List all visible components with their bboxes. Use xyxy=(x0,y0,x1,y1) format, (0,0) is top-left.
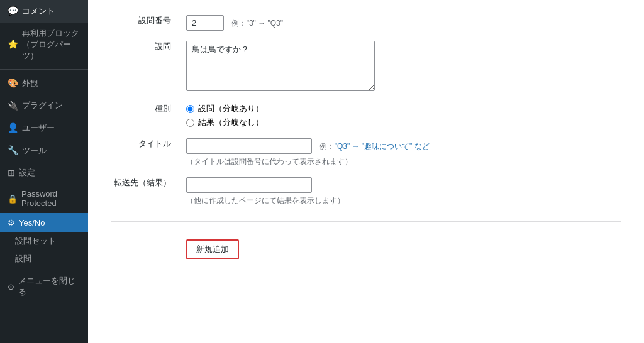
sidebar-label-question: 設問 xyxy=(15,254,31,263)
sidebar-label-comment: コメント xyxy=(22,6,55,17)
lock-icon: 🔒 xyxy=(8,194,18,204)
sidebar: 💬 コメント ⭐ 再利用ブロック （ブログパーツ） 🎨 外観 🔌 プラグイン 👤… xyxy=(0,0,88,343)
sidebar-item-comment[interactable]: 💬 コメント xyxy=(0,0,88,23)
sidebar-label-appearance: 外観 xyxy=(22,78,38,89)
radio-label-result[interactable]: 結果（分岐なし） xyxy=(186,117,621,128)
sidebar-label-close-menu: メニューを閉じる xyxy=(18,275,80,298)
input-question[interactable]: 鳥は鳥ですか？ xyxy=(186,41,375,91)
radio-type-result[interactable] xyxy=(186,119,194,127)
sidebar-item-password-protected[interactable]: 🔒 Password Protected xyxy=(0,184,88,213)
input-transfer[interactable] xyxy=(186,177,312,193)
row-divider xyxy=(103,211,629,232)
close-menu-icon: ⊙ xyxy=(8,282,14,291)
hint-title: 例："Q3" → "趣味について" など xyxy=(319,142,430,151)
users-icon: 👤 xyxy=(8,122,18,134)
radio-text-result: 結果（分岐なし） xyxy=(198,117,264,128)
star-icon: ⭐ xyxy=(8,38,18,51)
sidebar-label-users: ユーザー xyxy=(22,122,55,134)
sidebar-item-question[interactable]: 設問 xyxy=(0,250,88,268)
label-question-number: 設問番号 xyxy=(103,10,179,36)
sidebar-label-yes-no: Yes/No xyxy=(19,218,45,227)
radio-type-question[interactable] xyxy=(186,105,194,113)
sidebar-label-tools: ツール xyxy=(22,145,47,156)
row-question-number: 設問番号 例："3" → "Q3" xyxy=(103,10,629,36)
tools-icon: 🔧 xyxy=(8,144,18,157)
plugins-icon: 🔌 xyxy=(8,100,18,112)
row-add: 新規追加 xyxy=(103,232,629,264)
sidebar-item-appearance[interactable]: 🎨 外観 xyxy=(0,72,88,95)
comment-icon: 💬 xyxy=(8,5,18,18)
input-title[interactable] xyxy=(186,138,312,154)
label-transfer: 転送先（結果） xyxy=(103,172,179,211)
sidebar-item-close-menu[interactable]: ⊙ メニューを閉じる xyxy=(0,270,88,303)
sidebar-item-plugins[interactable]: 🔌 プラグイン xyxy=(0,95,88,117)
sidebar-item-question-set[interactable]: 設問セット xyxy=(0,232,88,250)
radio-group-type: 設問（分岐あり） 結果（分岐なし） xyxy=(186,103,621,128)
sidebar-item-yes-no[interactable]: ⚙ Yes/No xyxy=(0,213,88,232)
sub-hint-title: （タイトルは設問番号に代わって表示されます） xyxy=(186,156,621,167)
sidebar-item-users[interactable]: 👤 ユーザー xyxy=(0,117,88,139)
row-transfer: 転送先（結果） （他に作成したページにて結果を表示します） xyxy=(103,172,629,211)
sidebar-label-settings: 設定 xyxy=(19,167,35,178)
label-title: タイトル xyxy=(103,133,179,172)
sidebar-divider-1 xyxy=(0,69,88,70)
sidebar-label-reuse-block: 再利用ブロック （ブログパーツ） xyxy=(22,28,80,62)
sidebar-item-reuse-block[interactable]: ⭐ 再利用ブロック （ブログパーツ） xyxy=(0,23,88,67)
row-question: 設問 鳥は鳥ですか？ xyxy=(103,36,629,98)
row-title: タイトル 例："Q3" → "趣味について" など （タイトルは設問番号に代わっ… xyxy=(103,133,629,172)
form-divider xyxy=(111,221,621,222)
radio-text-question: 設問（分岐あり） xyxy=(198,103,264,114)
gear-icon: ⚙ xyxy=(8,218,15,227)
settings-icon: ⊞ xyxy=(8,167,15,180)
label-question: 設問 xyxy=(103,36,179,98)
label-type: 種別 xyxy=(103,98,179,133)
main-content: 設問番号 例："3" → "Q3" 設問 鳥は鳥ですか？ xyxy=(88,0,644,343)
appearance-icon: 🎨 xyxy=(8,77,18,90)
sidebar-item-settings[interactable]: ⊞ 設定 xyxy=(0,162,88,185)
sidebar-label-password-protected: Password Protected xyxy=(21,189,57,208)
sidebar-label-plugins: プラグイン xyxy=(22,100,63,111)
add-button[interactable]: 新規追加 xyxy=(186,239,239,259)
radio-label-question[interactable]: 設問（分岐あり） xyxy=(186,103,621,114)
hint-title-link[interactable]: "Q3" → "趣味について" など xyxy=(335,142,430,151)
form-area: 設問番号 例："3" → "Q3" 設問 鳥は鳥ですか？ xyxy=(88,0,644,343)
input-question-number[interactable] xyxy=(186,15,224,31)
form-table: 設問番号 例："3" → "Q3" 設問 鳥は鳥ですか？ xyxy=(103,10,629,264)
sub-hint-transfer: （他に作成したページにて結果を表示します） xyxy=(186,195,621,206)
hint-question-number: 例："3" → "Q3" xyxy=(231,19,283,28)
sidebar-label-question-set: 設問セット xyxy=(15,236,56,246)
sidebar-item-tools[interactable]: 🔧 ツール xyxy=(0,139,88,162)
row-type: 種別 設問（分岐あり） 結果（分岐なし） xyxy=(103,98,629,133)
